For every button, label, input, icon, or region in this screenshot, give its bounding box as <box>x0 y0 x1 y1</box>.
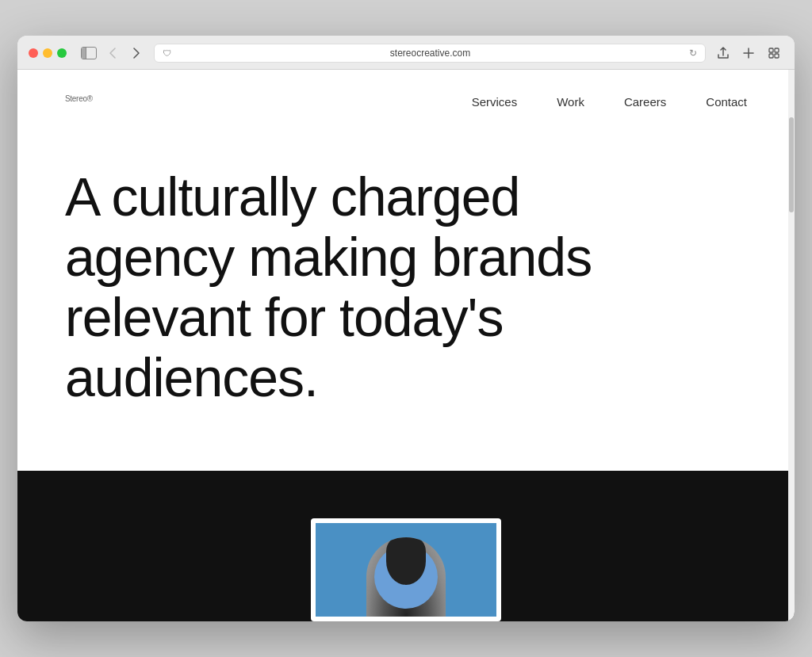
svg-rect-3 <box>775 54 779 58</box>
hero-headline: A culturally charged agency making brand… <box>65 166 636 408</box>
nav-item-services[interactable]: Services <box>472 95 518 109</box>
browser-content: Stereo® Services Work Careers C <box>17 70 795 622</box>
browser-chrome: 🛡 stereocreative.com ↻ <box>17 36 795 70</box>
svg-rect-0 <box>769 48 773 52</box>
scrollbar[interactable] <box>788 70 795 622</box>
logo-text: Stereo <box>65 94 87 102</box>
nav-link-services[interactable]: Services <box>472 95 518 109</box>
nav-link-careers[interactable]: Careers <box>624 95 666 109</box>
share-button[interactable] <box>714 44 733 63</box>
site-navigation: Stereo® Services Work Careers C <box>17 70 795 135</box>
hero-section: A culturally charged agency making brand… <box>17 135 795 472</box>
traffic-lights <box>29 48 67 58</box>
svg-rect-1 <box>775 48 779 52</box>
security-icon: 🛡 <box>163 48 171 58</box>
nav-link-work[interactable]: Work <box>557 95 584 109</box>
browser-content-wrapper: Stereo® Services Work Careers C <box>17 70 795 622</box>
grid-button[interactable] <box>764 44 783 63</box>
browser-controls <box>79 44 146 63</box>
nav-item-careers[interactable]: Careers <box>624 95 666 109</box>
nav-item-contact[interactable]: Contact <box>706 95 747 109</box>
sidebar-toggle-button[interactable] <box>79 44 98 63</box>
sidebar-icon <box>81 47 97 59</box>
dark-section <box>17 471 795 621</box>
minimize-button[interactable] <box>43 48 52 58</box>
back-button[interactable] <box>103 44 122 63</box>
scrollbar-thumb[interactable] <box>789 117 794 212</box>
address-bar[interactable]: 🛡 stereocreative.com ↻ <box>154 44 706 63</box>
site-logo: Stereo® <box>65 92 93 113</box>
nav-link-contact[interactable]: Contact <box>706 95 747 109</box>
refresh-icon: ↻ <box>689 48 697 59</box>
card-preview <box>311 518 501 621</box>
forward-button[interactable] <box>127 44 146 63</box>
new-tab-button[interactable] <box>739 44 758 63</box>
maximize-button[interactable] <box>57 48 67 58</box>
nav-links: Services Work Careers Contact <box>472 95 747 109</box>
website: Stereo® Services Work Careers C <box>17 70 795 622</box>
card-figure-image <box>366 537 446 617</box>
logo-superscript: ® <box>87 94 93 102</box>
close-button[interactable] <box>29 48 38 58</box>
svg-rect-2 <box>769 54 773 58</box>
browser-actions <box>714 44 783 63</box>
nav-item-work[interactable]: Work <box>557 95 584 109</box>
browser-window: 🛡 stereocreative.com ↻ <box>17 36 795 622</box>
url-text: stereocreative.com <box>176 48 684 59</box>
